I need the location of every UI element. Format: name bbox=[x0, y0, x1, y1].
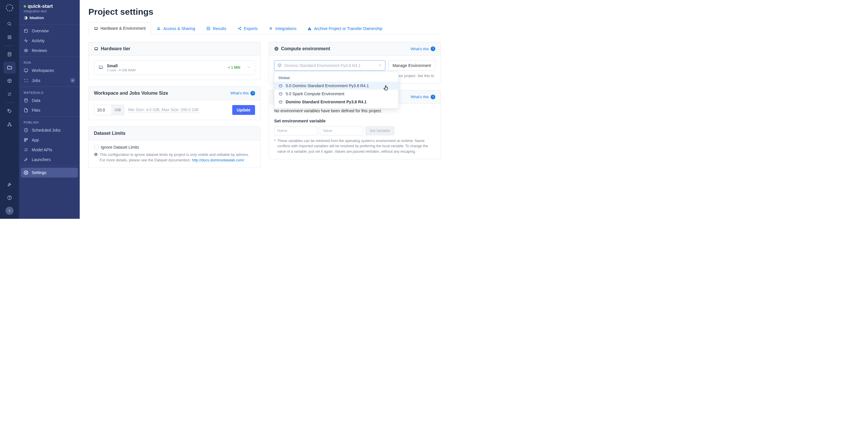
svg-point-1 bbox=[8, 22, 10, 25]
tab-label: Hardware & Environment bbox=[100, 26, 146, 31]
hardware-icon bbox=[94, 46, 98, 51]
sidebar-item-data[interactable]: Data bbox=[19, 96, 80, 105]
hardware-tier-selector[interactable]: Small 1 core · 4 GiB RAM < 1 MIN bbox=[94, 60, 255, 75]
tab-label: Exports bbox=[244, 26, 258, 31]
dataset-docs-link[interactable]: http://docs.dominodatalab.com/ bbox=[192, 158, 244, 162]
svg-point-0 bbox=[6, 5, 13, 11]
card-title: Compute environment bbox=[281, 46, 330, 52]
dataset-info-text: This configuration to ignore dataset lim… bbox=[100, 152, 255, 163]
swap-icon[interactable] bbox=[3, 88, 16, 100]
tab-label: Archive Project or Transfer Ownership bbox=[314, 26, 382, 31]
env-option-3[interactable]: Domino Standard Environment Py3.8 R4.1 bbox=[274, 98, 398, 106]
logo-icon[interactable] bbox=[5, 3, 14, 12]
ignore-dataset-limits-checkbox[interactable] bbox=[94, 145, 98, 150]
svg-point-39 bbox=[240, 27, 241, 28]
database-icon[interactable] bbox=[3, 48, 16, 60]
sidebar-item-label: Model APIs bbox=[32, 148, 52, 152]
svg-rect-34 bbox=[95, 27, 98, 29]
chevron-down-icon bbox=[247, 65, 251, 70]
info-icon bbox=[274, 138, 276, 142]
card-compute-environment: Compute environment What's this? Domino … bbox=[269, 42, 441, 84]
page-title: Project settings bbox=[88, 7, 441, 17]
env-option-2[interactable]: 5.0 Spark Compute Environment bbox=[274, 90, 398, 98]
sidebar-item-workspaces[interactable]: Workspaces bbox=[19, 66, 80, 75]
svg-rect-23 bbox=[24, 69, 28, 72]
sidebar-item-label: Overview bbox=[32, 29, 49, 33]
checkbox-label: Ignore Dataset Limits bbox=[101, 145, 139, 150]
whats-this-label: What's this bbox=[230, 91, 249, 95]
whats-this-link[interactable]: What's this? bbox=[230, 91, 255, 96]
info-icon bbox=[94, 153, 98, 157]
volume-size-input-group: GiB bbox=[94, 105, 124, 115]
globe-icon bbox=[274, 46, 279, 51]
icon-rail: II bbox=[0, 0, 19, 219]
manage-environment-button[interactable]: Manage Environment bbox=[388, 60, 435, 71]
cube-icon[interactable] bbox=[3, 75, 16, 87]
project-stage[interactable]: Ideation bbox=[19, 15, 80, 23]
env-var-value-input[interactable] bbox=[320, 126, 363, 135]
svg-line-2 bbox=[10, 25, 11, 26]
svg-point-26 bbox=[25, 81, 25, 82]
chevron-up-icon bbox=[378, 63, 382, 68]
folder-icon[interactable] bbox=[3, 62, 16, 74]
svg-point-16 bbox=[10, 125, 11, 126]
env-var-name-input[interactable] bbox=[274, 126, 317, 135]
card-title: Dataset Limits bbox=[94, 131, 125, 136]
sidebar-item-settings[interactable]: Settings bbox=[21, 168, 78, 177]
whats-this-link[interactable]: What's this? bbox=[411, 95, 435, 99]
sidebar-item-app[interactable]: App bbox=[19, 135, 80, 145]
sidebar-item-label: Settings bbox=[32, 170, 46, 175]
tab-results[interactable]: Results bbox=[201, 22, 232, 34]
sidebar-item-reviews[interactable]: Reviews bbox=[19, 45, 80, 56]
sidebar-item-model-apis[interactable]: Model APIs bbox=[19, 145, 80, 155]
tab-hardware-environment[interactable]: Hardware & Environment bbox=[88, 22, 151, 34]
sidebar-item-launchers[interactable]: Launchers bbox=[19, 155, 80, 165]
tab-integrations[interactable]: Integrations bbox=[263, 22, 302, 34]
sidebar-item-files[interactable]: Files bbox=[19, 105, 80, 115]
card-dataset-limits: Dataset Limits Ignore Dataset Limits Thi… bbox=[88, 126, 260, 168]
sidebar-item-jobs[interactable]: Jobs+ bbox=[19, 75, 80, 86]
tag-icon[interactable] bbox=[3, 105, 16, 117]
volume-size-input[interactable] bbox=[94, 105, 112, 115]
sidebar-item-scheduled-jobs[interactable]: Scheduled Jobs bbox=[19, 125, 80, 135]
tab-exports[interactable]: Exports bbox=[232, 22, 263, 34]
sidebar-item-label: Scheduled Jobs bbox=[32, 128, 61, 132]
help-icon: ? bbox=[250, 91, 255, 96]
env-option-label: Domino Standard Environment Py3.8 R4.1 bbox=[286, 100, 367, 104]
environment-select[interactable]: Domino Standard Environment Py3.8 R4.1 G… bbox=[274, 60, 385, 71]
env-option-1[interactable]: 5.0 Domino Standard Environment Py3.8 R4… bbox=[274, 82, 398, 90]
tab-access-sharing[interactable]: Access & Sharing bbox=[151, 22, 201, 34]
svg-point-35 bbox=[158, 27, 159, 28]
tab-archive-transfer[interactable]: Archive Project or Transfer Ownership bbox=[302, 22, 388, 34]
avatar[interactable]: II bbox=[5, 207, 13, 215]
whats-this-label: What's this bbox=[411, 47, 429, 51]
env-option-label: 5.0 Domino Standard Environment Py3.8 R4… bbox=[286, 84, 369, 88]
tier-icon bbox=[98, 65, 103, 71]
svg-rect-10 bbox=[9, 38, 10, 39]
sidebar-item-label: Workspaces bbox=[32, 68, 54, 73]
search-icon[interactable] bbox=[3, 18, 16, 30]
svg-rect-42 bbox=[309, 28, 310, 29]
wrench-icon[interactable] bbox=[3, 178, 16, 191]
svg-rect-32 bbox=[25, 140, 26, 142]
update-button[interactable]: Update bbox=[232, 105, 255, 115]
sidebar-item-overview[interactable]: Overview bbox=[19, 26, 80, 36]
env-var-footnote: These variables can be retrieved from th… bbox=[277, 138, 435, 155]
add-job-icon[interactable]: + bbox=[70, 78, 75, 83]
svg-rect-6 bbox=[8, 37, 9, 38]
card-title: Workspace and Jobs Volume Size bbox=[94, 91, 168, 96]
sidebar-item-label: App bbox=[32, 138, 39, 142]
svg-rect-43 bbox=[309, 29, 310, 30]
grid-icon[interactable] bbox=[3, 31, 16, 43]
svg-point-12 bbox=[8, 52, 11, 54]
whats-this-link[interactable]: What's this? bbox=[411, 46, 435, 51]
set-env-var-heading: Set environment variable bbox=[274, 118, 435, 123]
help-icon[interactable] bbox=[3, 192, 16, 204]
status-dot-icon bbox=[24, 5, 26, 7]
svg-rect-47 bbox=[96, 154, 96, 155]
project-title-row[interactable]: quick-start bbox=[19, 3, 80, 9]
nodes-icon[interactable] bbox=[3, 118, 16, 130]
tab-label: Results bbox=[213, 26, 226, 31]
sidebar-item-activity[interactable]: Activity bbox=[19, 36, 80, 45]
set-variable-button[interactable]: Set Variable bbox=[365, 126, 394, 135]
